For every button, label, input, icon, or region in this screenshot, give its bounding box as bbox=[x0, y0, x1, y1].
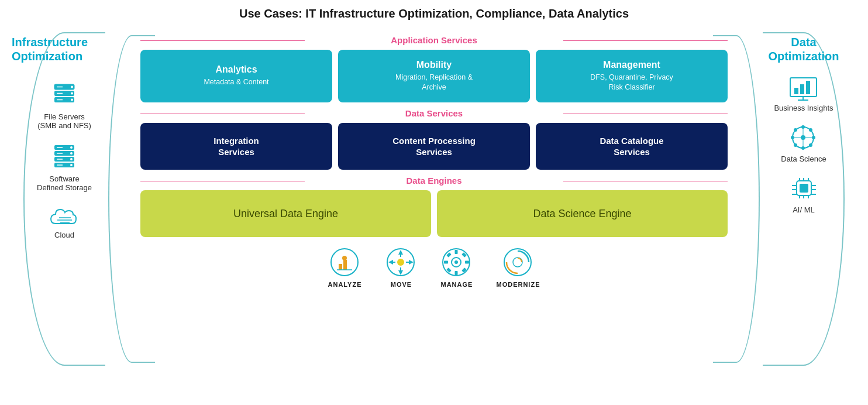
svg-point-15 bbox=[70, 152, 73, 155]
svg-rect-27 bbox=[800, 84, 804, 94]
bottom-icons-row: ANALYZE MOVE bbox=[328, 246, 540, 288]
svg-marker-73 bbox=[409, 260, 414, 265]
svg-rect-26 bbox=[794, 88, 798, 94]
svg-point-62 bbox=[342, 256, 347, 260]
svg-rect-61 bbox=[343, 260, 347, 270]
data-engines-row: Universal Data Engine Data Science Engin… bbox=[140, 190, 728, 237]
analyze-icon bbox=[329, 246, 361, 279]
cloud-label: Cloud bbox=[54, 231, 74, 239]
svg-point-6 bbox=[71, 99, 73, 101]
modernize-icon bbox=[502, 246, 534, 279]
data-science-item: Data Science bbox=[781, 123, 826, 163]
svg-point-85 bbox=[504, 249, 531, 276]
data-catalogue-title: Data CatalogueServices bbox=[600, 135, 663, 158]
svg-marker-67 bbox=[398, 250, 403, 255]
svg-point-39 bbox=[794, 143, 797, 147]
analytics-card: Analytics Metadata & Content bbox=[140, 50, 332, 102]
modernize-label: MODERNIZE bbox=[496, 281, 540, 288]
data-catalogue-card: Data CatalogueServices bbox=[536, 123, 728, 170]
move-label: MOVE bbox=[391, 281, 412, 288]
svg-point-2 bbox=[71, 86, 73, 88]
analytics-title: Analytics bbox=[215, 64, 257, 75]
data-services-row: IntegrationServices Content ProcessingSe… bbox=[140, 123, 728, 170]
file-servers-icon bbox=[50, 81, 79, 110]
app-services-section: Application Services Analytics Metadata … bbox=[140, 35, 728, 102]
aiml-icon bbox=[788, 174, 820, 203]
left-panel: Infrastructure Optimization File Servers… bbox=[6, 35, 123, 252]
svg-rect-80 bbox=[465, 261, 469, 264]
svg-rect-78 bbox=[455, 271, 458, 275]
svg-point-17 bbox=[70, 164, 73, 166]
svg-point-35 bbox=[791, 136, 794, 139]
page-wrapper: Use Cases: IT Infrastructure Optimizatio… bbox=[0, 0, 868, 405]
cloud-item: Cloud bbox=[6, 205, 123, 239]
svg-point-4 bbox=[71, 92, 73, 95]
infra-title: Infrastructure Optimization bbox=[12, 35, 123, 63]
data-engines-section: Data Engines Universal Data Engine Data … bbox=[140, 176, 728, 237]
svg-point-38 bbox=[809, 128, 812, 132]
data-science-engine-title: Data Science Engine bbox=[533, 208, 631, 220]
svg-point-40 bbox=[809, 143, 812, 147]
content-processing-title: Content ProcessingServices bbox=[392, 135, 476, 158]
aiml-item: AI/ ML bbox=[788, 174, 820, 214]
mobility-sub: Migration, Replication &Archive bbox=[395, 73, 473, 93]
svg-point-37 bbox=[794, 128, 797, 132]
data-engines-label: Data Engines bbox=[140, 176, 728, 186]
management-card: Management DFS, Quarantine, PrivacyRisk … bbox=[536, 50, 728, 102]
data-science-engine-card: Data Science Engine bbox=[437, 190, 728, 237]
file-servers-item: File Servers(SMB and NFS) bbox=[6, 81, 123, 130]
app-services-row: Analytics Metadata & Content Mobility Mi… bbox=[140, 50, 728, 102]
mobility-title: Mobility bbox=[416, 60, 452, 70]
cloud-icon bbox=[49, 205, 81, 228]
universal-data-engine-title: Universal Data Engine bbox=[233, 208, 338, 220]
svg-point-36 bbox=[812, 136, 815, 139]
business-insights-icon bbox=[787, 75, 819, 101]
manage-item: MANAGE bbox=[440, 246, 473, 288]
integration-card: IntegrationServices bbox=[140, 123, 332, 170]
mobility-card: Mobility Migration, Replication &Archive bbox=[338, 50, 530, 102]
move-icon bbox=[385, 246, 417, 279]
manage-icon bbox=[440, 246, 473, 279]
svg-point-32 bbox=[801, 135, 805, 140]
svg-rect-81 bbox=[447, 252, 452, 257]
data-science-label: Data Science bbox=[781, 155, 826, 163]
data-services-section: Data Services IntegrationServices Conten… bbox=[140, 108, 728, 170]
svg-point-34 bbox=[801, 146, 805, 150]
svg-point-65 bbox=[397, 259, 404, 266]
move-item: MOVE bbox=[385, 246, 417, 288]
page-title: Use Cases: IT Infrastructure Optimizatio… bbox=[0, 0, 868, 20]
file-servers-label: File Servers(SMB and NFS) bbox=[37, 112, 91, 130]
management-title: Management bbox=[603, 60, 660, 70]
universal-data-engine-card: Universal Data Engine bbox=[140, 190, 431, 237]
right-panel: Data Optimization Business Insights bbox=[745, 35, 862, 225]
data-science-icon bbox=[787, 123, 819, 152]
modernize-item: MODERNIZE bbox=[496, 246, 540, 288]
manage-label: MANAGE bbox=[441, 281, 473, 288]
integration-title: IntegrationServices bbox=[213, 135, 259, 158]
svg-point-14 bbox=[70, 146, 73, 149]
aiml-label: AI/ ML bbox=[793, 205, 815, 214]
central-area: Application Services Analytics Metadata … bbox=[140, 29, 728, 393]
analyze-label: ANALYZE bbox=[328, 281, 362, 288]
app-services-label: Application Services bbox=[140, 35, 728, 45]
svg-rect-79 bbox=[444, 261, 448, 264]
svg-point-16 bbox=[70, 158, 73, 160]
svg-rect-77 bbox=[455, 250, 458, 254]
svg-marker-71 bbox=[388, 260, 393, 265]
analytics-sub: Metadata & Content bbox=[204, 77, 268, 88]
data-services-label: Data Services bbox=[140, 108, 728, 118]
business-insights-item: Business Insights bbox=[774, 75, 833, 112]
analyze-item: ANALYZE bbox=[328, 246, 362, 288]
svg-rect-28 bbox=[806, 81, 810, 94]
sds-item: SoftwareDefined Storage bbox=[6, 143, 123, 192]
sds-label: SoftwareDefined Storage bbox=[37, 174, 92, 192]
management-sub: DFS, Quarantine, PrivacyRisk Classifier bbox=[590, 73, 673, 93]
sds-icon bbox=[50, 143, 79, 172]
svg-marker-69 bbox=[398, 270, 403, 275]
content-processing-card: Content ProcessingServices bbox=[338, 123, 530, 170]
svg-point-76 bbox=[454, 260, 458, 264]
svg-point-33 bbox=[801, 125, 805, 129]
data-opt-title: Data Optimization bbox=[768, 35, 839, 63]
svg-rect-46 bbox=[800, 184, 808, 193]
svg-rect-60 bbox=[339, 264, 342, 270]
